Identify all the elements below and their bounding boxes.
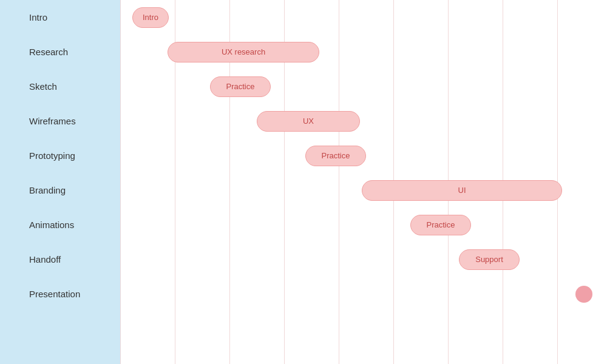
sidebar-label: Wireframes <box>29 116 76 126</box>
sidebar-item-presentation: Presentation <box>0 277 120 311</box>
sidebar-label: Handoff <box>29 254 61 265</box>
sidebar-label: Branding <box>29 185 66 195</box>
sidebar-item-intro: Intro <box>0 0 120 35</box>
gantt-row-prototyping: Practice <box>120 138 607 173</box>
sidebar-label: Animations <box>29 220 74 230</box>
gantt-row-branding: UI <box>120 173 607 207</box>
bar-label: Intro <box>143 13 158 22</box>
sidebar-item-handoff: Handoff <box>0 242 120 277</box>
sidebar-item-branding: Branding <box>0 173 120 207</box>
gantt-bar-branding[interactable]: UI <box>362 180 562 201</box>
sidebar-label: Prototyping <box>29 150 75 161</box>
gantt-row-presentation <box>120 277 607 311</box>
sidebar-item-wireframes: Wireframes <box>0 104 120 138</box>
gantt-row-animations: Practice <box>120 207 607 242</box>
gantt-bar-handoff[interactable]: Support <box>459 249 520 270</box>
gantt-bar-animations[interactable]: Practice <box>410 215 471 235</box>
sidebar-item-sketch: Sketch <box>0 69 120 104</box>
gantt-row-handoff: Support <box>120 242 607 277</box>
gantt-bar-wireframes[interactable]: UX <box>257 111 360 132</box>
sidebar: IntroResearchSketchWireframesPrototyping… <box>0 0 120 364</box>
gantt-bar-research[interactable]: UX research <box>168 42 319 62</box>
gantt-row-research: UX research <box>120 35 607 69</box>
sidebar-label: Research <box>29 47 68 57</box>
bar-label: Practice <box>427 220 455 229</box>
gantt-chart: IntroUX researchPracticeUXPracticeUIPrac… <box>120 0 607 364</box>
bar-label: UX research <box>222 47 265 56</box>
bar-label: Practice <box>226 82 255 91</box>
bar-label: Practice <box>322 151 350 160</box>
sidebar-label: Intro <box>29 12 47 22</box>
sidebar-label: Presentation <box>29 289 80 299</box>
gantt-row-wireframes: UX <box>120 104 607 138</box>
bar-label: UX <box>303 116 314 126</box>
sidebar-item-animations: Animations <box>0 207 120 242</box>
gantt-dot-presentation <box>575 286 592 303</box>
bar-label: UI <box>458 186 466 195</box>
gantt-row-intro: Intro <box>120 0 607 35</box>
rows-container: IntroUX researchPracticeUXPracticeUIPrac… <box>120 0 607 364</box>
gantt-bar-sketch[interactable]: Practice <box>210 76 271 97</box>
gantt-bar-intro[interactable]: Intro <box>132 7 169 28</box>
gantt-row-sketch: Practice <box>120 69 607 104</box>
gantt-bar-prototyping[interactable]: Practice <box>305 146 366 166</box>
sidebar-item-prototyping: Prototyping <box>0 138 120 173</box>
bar-label: Support <box>475 255 503 264</box>
sidebar-item-research: Research <box>0 35 120 69</box>
sidebar-label: Sketch <box>29 81 57 92</box>
